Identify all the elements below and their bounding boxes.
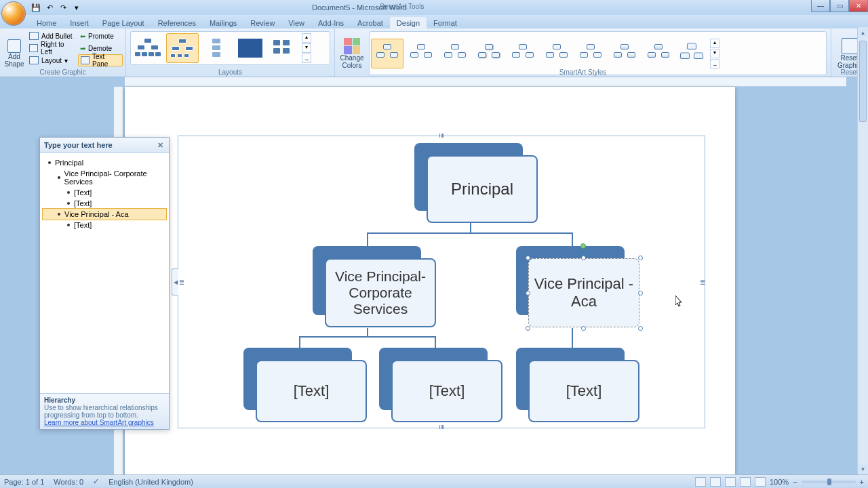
bullet-icon — [67, 224, 70, 226]
layout-option-1[interactable] — [132, 33, 165, 63]
tab-view[interactable]: View — [281, 17, 311, 28]
horizontal-ruler[interactable] — [125, 77, 846, 87]
tab-mailings[interactable]: Mailings — [203, 17, 243, 28]
tab-page-layout[interactable]: Page Layout — [96, 17, 151, 28]
view-full-screen[interactable] — [710, 477, 721, 487]
resize-handle-s[interactable] — [581, 326, 586, 331]
undo-button[interactable]: ↶ — [43, 1, 56, 14]
right-to-left-button[interactable]: Right to Left — [27, 42, 77, 54]
frame-handle-top[interactable] — [435, 134, 448, 139]
styles-more[interactable]: ▴▾⎯ — [710, 39, 719, 68]
layouts-gallery[interactable]: ▴▾⎯ — [130, 31, 330, 65]
view-print-layout[interactable] — [695, 477, 706, 487]
textpane-footer: Hierarchy Use to show hierarchical relat… — [40, 393, 169, 429]
tab-references[interactable]: References — [151, 17, 203, 28]
office-button[interactable] — [1, 1, 26, 26]
style-3[interactable] — [439, 39, 471, 68]
tab-design[interactable]: Design — [390, 17, 427, 28]
scroll-down-button[interactable]: ▼ — [858, 464, 868, 474]
view-outline[interactable] — [740, 477, 751, 487]
tab-addins[interactable]: Add-Ins — [311, 17, 351, 28]
connector — [367, 232, 573, 234]
textpane-toggle[interactable]: ◀ — [172, 268, 178, 296]
vertical-scrollbar[interactable]: ▲ ▼ — [857, 27, 868, 474]
zoom-value[interactable]: 100% — [770, 478, 789, 486]
tab-insert[interactable]: Insert — [63, 17, 96, 28]
node-box-selected[interactable]: Vice Principal - Aca — [528, 258, 639, 327]
text-pane-button[interactable]: Text Pane — [78, 54, 123, 66]
textpane-item[interactable]: [Text] — [43, 220, 166, 230]
textpane-item[interactable]: [Text] — [43, 187, 166, 198]
textpane-body[interactable]: Principal Vice Principal- Corporate Serv… — [40, 153, 169, 393]
node-box[interactable]: [Text] — [528, 360, 639, 422]
style-9[interactable] — [642, 39, 675, 68]
view-web-layout[interactable] — [725, 477, 736, 487]
status-language[interactable]: English (United Kingdom) — [108, 478, 193, 486]
status-proofing-icon[interactable]: ✓ — [93, 477, 99, 486]
node-box[interactable]: [Text] — [256, 360, 367, 422]
style-5[interactable] — [507, 39, 539, 68]
textpane-learn-more-link[interactable]: Learn more about SmartArt graphics — [44, 419, 165, 426]
node-box[interactable]: [Text] — [391, 360, 502, 422]
zoom-slider-thumb[interactable] — [827, 479, 831, 485]
frame-handle-left[interactable] — [178, 275, 184, 289]
bullet-icon — [58, 176, 60, 179]
textpane-item[interactable]: Vice Principal- Corporate Services — [43, 168, 166, 187]
style-1[interactable] — [371, 39, 403, 68]
style-7[interactable] — [574, 39, 607, 68]
zoom-in-button[interactable]: + — [860, 478, 864, 486]
scroll-up-button[interactable]: ▲ — [858, 27, 868, 38]
resize-handle-nw[interactable] — [526, 256, 530, 260]
resize-handle-sw[interactable] — [526, 326, 530, 331]
resize-handle-w[interactable] — [526, 291, 530, 296]
qat-customize[interactable]: ▾ — [71, 1, 83, 14]
smartart-canvas[interactable]: ◀ Principal Vice Principal- Corporate Se… — [178, 136, 705, 428]
redo-button[interactable]: ↷ — [57, 1, 69, 14]
node-box[interactable]: Vice Principal- Corporate Services — [325, 258, 436, 327]
resize-handle-se[interactable] — [638, 326, 643, 331]
textpane-item-selected[interactable]: Vice Principal - Aca — [42, 208, 167, 220]
layout-option-2[interactable] — [166, 33, 199, 63]
layout-option-3[interactable] — [200, 33, 233, 63]
tab-home[interactable]: Home — [30, 17, 63, 28]
layout-option-4[interactable] — [234, 33, 267, 63]
status-words[interactable]: Words: 0 — [54, 478, 83, 486]
view-draft[interactable] — [755, 477, 766, 487]
promote-icon: ⬅ — [80, 33, 85, 40]
textpane-item[interactable]: Principal — [43, 157, 166, 168]
frame-handle-right[interactable] — [699, 275, 705, 289]
scroll-thumb[interactable] — [859, 41, 867, 122]
style-6[interactable] — [540, 39, 573, 68]
layout-button[interactable]: Layout▾ — [27, 54, 77, 66]
style-4[interactable] — [473, 39, 505, 68]
maximize-button[interactable]: ▭ — [830, 0, 849, 12]
smartart-text-pane[interactable]: Type your text here ✕ Principal Vice Pri… — [39, 137, 170, 430]
style-8[interactable] — [608, 39, 641, 68]
layout-option-5[interactable] — [268, 33, 300, 63]
rtl-icon — [29, 44, 38, 52]
status-page[interactable]: Page: 1 of 1 — [4, 478, 44, 486]
zoom-out-button[interactable]: − — [793, 478, 797, 486]
save-button[interactable]: 💾 — [30, 1, 42, 14]
tab-format[interactable]: Format — [427, 17, 464, 28]
layouts-more[interactable]: ▴▾⎯ — [302, 33, 311, 63]
zoom-slider[interactable] — [802, 481, 856, 483]
node-box[interactable]: Principal — [427, 155, 538, 223]
textpane-item[interactable]: [Text] — [43, 198, 166, 209]
textpane-footer-title: Hierarchy — [44, 396, 165, 404]
tab-review[interactable]: Review — [243, 17, 281, 28]
textpane-close-button[interactable]: ✕ — [155, 140, 165, 150]
close-button[interactable]: ✕ — [849, 0, 868, 12]
rotate-handle[interactable] — [580, 243, 586, 249]
promote-button[interactable]: ⬅Promote — [78, 30, 123, 42]
ribbon: Add Shape Add Bullet Right to Left Layou… — [0, 28, 868, 77]
style-10[interactable] — [676, 39, 709, 68]
minimize-button[interactable]: — — [811, 0, 830, 12]
status-bar: Page: 1 of 1 Words: 0 ✓ English (United … — [0, 474, 868, 488]
resize-handle-ne[interactable] — [638, 256, 643, 260]
resize-handle-n[interactable] — [581, 256, 586, 260]
tab-acrobat[interactable]: Acrobat — [351, 17, 390, 28]
resize-handle-e[interactable] — [638, 291, 643, 296]
style-2[interactable] — [405, 39, 437, 68]
frame-handle-bottom[interactable] — [435, 425, 448, 430]
